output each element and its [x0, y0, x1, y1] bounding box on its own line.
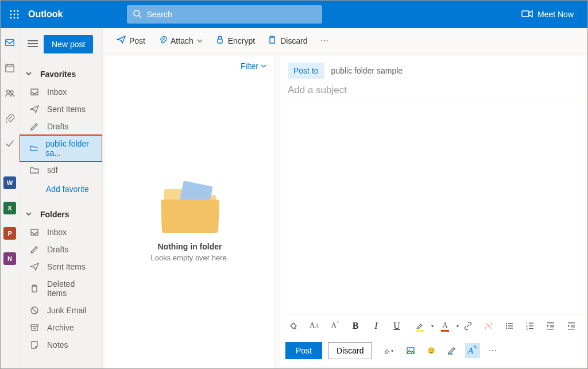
rail-excel[interactable]: X	[1, 201, 19, 216]
svg-point-6	[10, 17, 12, 19]
new-post-button[interactable]: New post	[44, 35, 93, 53]
svg-rect-31	[508, 328, 513, 328]
cmd-attach[interactable]: Attach	[153, 32, 207, 49]
note-icon	[30, 340, 39, 349]
folder-inbox[interactable]: Inbox	[20, 224, 102, 241]
bullets-icon[interactable]	[501, 318, 517, 334]
cmd-discard[interactable]: Discard	[263, 32, 312, 49]
folder-label: Drafts	[47, 122, 68, 131]
font-icon[interactable]: AA	[306, 318, 322, 334]
signature-icon[interactable]	[444, 343, 459, 358]
folders-header[interactable]: Folders	[20, 205, 102, 224]
meet-now-button[interactable]: Meet Now	[512, 9, 583, 20]
folder-illustration	[158, 183, 222, 235]
folder-archive[interactable]: Archive	[20, 319, 102, 336]
rail-mail[interactable]	[1, 35, 19, 50]
indent-icon[interactable]	[563, 318, 579, 334]
post-to-value: public folder sample	[331, 66, 403, 75]
archive-icon	[30, 323, 39, 332]
fav-inbox[interactable]: Inbox	[20, 83, 102, 101]
link-icon[interactable]	[460, 318, 476, 334]
svg-rect-39	[550, 325, 554, 325]
subject-input[interactable]	[288, 84, 577, 96]
folder-pane: New post Favorites Inbox Sent Items Draf…	[20, 28, 103, 368]
svg-point-49	[430, 349, 431, 351]
rail-people[interactable]	[1, 86, 19, 101]
svg-point-8	[17, 17, 19, 19]
folder-notes[interactable]: Notes	[20, 336, 102, 353]
font-color-button[interactable]: A▾	[435, 318, 455, 334]
rail-calendar[interactable]	[1, 60, 19, 75]
toggle-folder-pane[interactable]	[28, 40, 38, 49]
cmd-label: Encrypt	[228, 36, 255, 45]
italic-button[interactable]: I	[368, 318, 384, 334]
svg-rect-38	[547, 322, 554, 323]
emoji-icon[interactable]	[424, 343, 439, 358]
svg-line-10	[139, 16, 141, 18]
cmd-label: Discard	[280, 36, 307, 45]
cmd-overflow[interactable]: ⋯	[316, 34, 334, 48]
svg-point-18	[10, 91, 13, 94]
folder-label: public folder sa...	[45, 139, 96, 157]
unlink-icon[interactable]	[481, 318, 497, 334]
lock-icon	[215, 35, 225, 46]
svg-point-4	[14, 14, 16, 16]
search-box[interactable]	[127, 5, 322, 24]
app-launcher[interactable]	[5, 5, 24, 24]
video-icon	[521, 9, 533, 20]
fav-sdf[interactable]: sdf	[20, 162, 102, 179]
font-size-icon[interactable]: A°	[327, 318, 343, 334]
show-formatting-icon[interactable]: A✎	[465, 343, 480, 358]
rail-todo[interactable]	[1, 136, 19, 151]
svg-point-7	[14, 17, 16, 19]
folder-drafts[interactable]: Drafts	[20, 241, 102, 258]
rail-files[interactable]	[1, 111, 19, 126]
folder-sent[interactable]: Sent Items	[20, 258, 102, 275]
svg-point-1	[14, 10, 16, 12]
app-title: Outlook	[28, 9, 63, 20]
outdent-icon[interactable]	[543, 318, 559, 334]
numbering-icon[interactable]: 123	[522, 318, 538, 334]
action-overflow[interactable]: ⋯	[486, 343, 501, 358]
svg-rect-40	[550, 326, 554, 327]
folder-junk[interactable]: Junk Email	[20, 302, 102, 319]
discard-button[interactable]: Discard	[328, 342, 372, 359]
fav-public-folder[interactable]: public folder sa...	[20, 135, 102, 162]
filter-button[interactable]: Filter	[241, 62, 266, 71]
fav-drafts[interactable]: Drafts	[20, 118, 102, 135]
svg-rect-30	[508, 325, 513, 326]
folder-label: Inbox	[47, 228, 67, 237]
add-favorite[interactable]: Add favorite	[20, 179, 102, 202]
underline-button[interactable]: U	[389, 318, 405, 334]
chevron-down-icon	[25, 210, 32, 219]
meet-now-label: Meet Now	[537, 10, 574, 19]
svg-rect-37	[529, 328, 533, 329]
filter-label: Filter	[241, 62, 258, 71]
picture-icon[interactable]	[403, 343, 418, 358]
svg-rect-43	[571, 325, 575, 325]
format-painter-icon[interactable]	[285, 318, 301, 334]
rail-powerpoint[interactable]: P	[1, 226, 19, 241]
fav-sent[interactable]: Sent Items	[20, 101, 102, 118]
cmd-encrypt[interactable]: Encrypt	[211, 32, 260, 49]
attach-dropdown[interactable]: ▾	[378, 343, 397, 358]
favorites-header[interactable]: Favorites	[20, 65, 102, 83]
search-icon	[133, 9, 142, 20]
post-to-button[interactable]: Post to	[288, 63, 324, 79]
post-button[interactable]: Post	[285, 342, 322, 359]
compose-body[interactable]	[280, 102, 585, 314]
svg-rect-13	[6, 65, 14, 72]
svg-point-27	[506, 325, 507, 326]
svg-point-26	[506, 323, 507, 324]
folder-label: Archive	[47, 323, 74, 332]
folder-deleted[interactable]: Deleted Items	[20, 275, 102, 302]
cmd-post[interactable]: Post	[112, 32, 150, 49]
highlight-button[interactable]: ▾	[409, 318, 430, 334]
folders-label: Folders	[40, 210, 69, 219]
rail-onenote[interactable]: N	[1, 251, 19, 266]
rail-word[interactable]: W	[1, 175, 19, 190]
svg-rect-35	[529, 323, 533, 324]
favorites-label: Favorites	[40, 70, 76, 79]
bold-button[interactable]: B	[347, 318, 363, 334]
search-input[interactable]	[142, 10, 316, 19]
